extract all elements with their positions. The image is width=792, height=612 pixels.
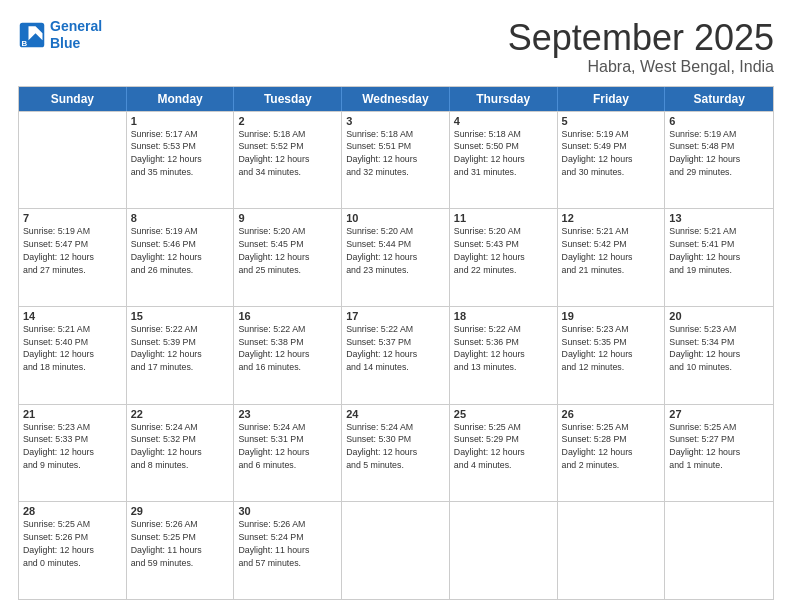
cell-info: Sunrise: 5:18 AM Sunset: 5:52 PM Dayligh… bbox=[238, 128, 337, 179]
calendar-cell bbox=[450, 502, 558, 599]
cell-info: Sunrise: 5:22 AM Sunset: 5:38 PM Dayligh… bbox=[238, 323, 337, 374]
calendar-cell bbox=[342, 502, 450, 599]
day-number: 30 bbox=[238, 505, 337, 517]
cell-info: Sunrise: 5:24 AM Sunset: 5:30 PM Dayligh… bbox=[346, 421, 445, 472]
cell-info: Sunrise: 5:20 AM Sunset: 5:43 PM Dayligh… bbox=[454, 225, 553, 276]
calendar: SundayMondayTuesdayWednesdayThursdayFrid… bbox=[18, 86, 774, 600]
day-number: 27 bbox=[669, 408, 769, 420]
calendar-cell: 7Sunrise: 5:19 AM Sunset: 5:47 PM Daylig… bbox=[19, 209, 127, 306]
cell-info: Sunrise: 5:21 AM Sunset: 5:41 PM Dayligh… bbox=[669, 225, 769, 276]
calendar-row: 14Sunrise: 5:21 AM Sunset: 5:40 PM Dayli… bbox=[19, 306, 773, 404]
cell-info: Sunrise: 5:17 AM Sunset: 5:53 PM Dayligh… bbox=[131, 128, 230, 179]
day-number: 24 bbox=[346, 408, 445, 420]
cell-info: Sunrise: 5:23 AM Sunset: 5:34 PM Dayligh… bbox=[669, 323, 769, 374]
calendar-body: 1Sunrise: 5:17 AM Sunset: 5:53 PM Daylig… bbox=[19, 111, 773, 599]
calendar-cell: 20Sunrise: 5:23 AM Sunset: 5:34 PM Dayli… bbox=[665, 307, 773, 404]
calendar-cell: 21Sunrise: 5:23 AM Sunset: 5:33 PM Dayli… bbox=[19, 405, 127, 502]
day-number: 7 bbox=[23, 212, 122, 224]
cell-info: Sunrise: 5:18 AM Sunset: 5:51 PM Dayligh… bbox=[346, 128, 445, 179]
cell-info: Sunrise: 5:20 AM Sunset: 5:45 PM Dayligh… bbox=[238, 225, 337, 276]
cell-info: Sunrise: 5:22 AM Sunset: 5:39 PM Dayligh… bbox=[131, 323, 230, 374]
cell-info: Sunrise: 5:21 AM Sunset: 5:42 PM Dayligh… bbox=[562, 225, 661, 276]
cell-info: Sunrise: 5:25 AM Sunset: 5:28 PM Dayligh… bbox=[562, 421, 661, 472]
calendar-cell: 26Sunrise: 5:25 AM Sunset: 5:28 PM Dayli… bbox=[558, 405, 666, 502]
calendar-cell bbox=[558, 502, 666, 599]
day-number: 21 bbox=[23, 408, 122, 420]
calendar-cell: 23Sunrise: 5:24 AM Sunset: 5:31 PM Dayli… bbox=[234, 405, 342, 502]
calendar-cell: 29Sunrise: 5:26 AM Sunset: 5:25 PM Dayli… bbox=[127, 502, 235, 599]
day-number: 20 bbox=[669, 310, 769, 322]
day-number: 11 bbox=[454, 212, 553, 224]
calendar-cell bbox=[19, 112, 127, 209]
weekday-header: Thursday bbox=[450, 87, 558, 111]
calendar-row: 28Sunrise: 5:25 AM Sunset: 5:26 PM Dayli… bbox=[19, 501, 773, 599]
calendar-cell: 11Sunrise: 5:20 AM Sunset: 5:43 PM Dayli… bbox=[450, 209, 558, 306]
weekday-header: Sunday bbox=[19, 87, 127, 111]
calendar-cell: 2Sunrise: 5:18 AM Sunset: 5:52 PM Daylig… bbox=[234, 112, 342, 209]
calendar-cell: 3Sunrise: 5:18 AM Sunset: 5:51 PM Daylig… bbox=[342, 112, 450, 209]
calendar-cell: 6Sunrise: 5:19 AM Sunset: 5:48 PM Daylig… bbox=[665, 112, 773, 209]
calendar-cell: 30Sunrise: 5:26 AM Sunset: 5:24 PM Dayli… bbox=[234, 502, 342, 599]
calendar-row: 1Sunrise: 5:17 AM Sunset: 5:53 PM Daylig… bbox=[19, 111, 773, 209]
cell-info: Sunrise: 5:21 AM Sunset: 5:40 PM Dayligh… bbox=[23, 323, 122, 374]
cell-info: Sunrise: 5:20 AM Sunset: 5:44 PM Dayligh… bbox=[346, 225, 445, 276]
calendar-cell: 8Sunrise: 5:19 AM Sunset: 5:46 PM Daylig… bbox=[127, 209, 235, 306]
day-number: 8 bbox=[131, 212, 230, 224]
calendar-row: 21Sunrise: 5:23 AM Sunset: 5:33 PM Dayli… bbox=[19, 404, 773, 502]
day-number: 2 bbox=[238, 115, 337, 127]
day-number: 13 bbox=[669, 212, 769, 224]
day-number: 3 bbox=[346, 115, 445, 127]
logo-text: General Blue bbox=[50, 18, 102, 52]
weekday-header: Friday bbox=[558, 87, 666, 111]
calendar-page: B General Blue September 2025 Habra, Wes… bbox=[0, 0, 792, 612]
cell-info: Sunrise: 5:19 AM Sunset: 5:47 PM Dayligh… bbox=[23, 225, 122, 276]
month-title: September 2025 bbox=[508, 18, 774, 58]
calendar-cell: 15Sunrise: 5:22 AM Sunset: 5:39 PM Dayli… bbox=[127, 307, 235, 404]
cell-info: Sunrise: 5:18 AM Sunset: 5:50 PM Dayligh… bbox=[454, 128, 553, 179]
location: Habra, West Bengal, India bbox=[508, 58, 774, 76]
title-block: September 2025 Habra, West Bengal, India bbox=[508, 18, 774, 76]
cell-info: Sunrise: 5:25 AM Sunset: 5:29 PM Dayligh… bbox=[454, 421, 553, 472]
day-number: 23 bbox=[238, 408, 337, 420]
day-number: 16 bbox=[238, 310, 337, 322]
weekday-header: Saturday bbox=[665, 87, 773, 111]
cell-info: Sunrise: 5:23 AM Sunset: 5:35 PM Dayligh… bbox=[562, 323, 661, 374]
cell-info: Sunrise: 5:19 AM Sunset: 5:49 PM Dayligh… bbox=[562, 128, 661, 179]
cell-info: Sunrise: 5:19 AM Sunset: 5:46 PM Dayligh… bbox=[131, 225, 230, 276]
day-number: 14 bbox=[23, 310, 122, 322]
day-number: 18 bbox=[454, 310, 553, 322]
calendar-cell: 19Sunrise: 5:23 AM Sunset: 5:35 PM Dayli… bbox=[558, 307, 666, 404]
day-number: 17 bbox=[346, 310, 445, 322]
cell-info: Sunrise: 5:26 AM Sunset: 5:24 PM Dayligh… bbox=[238, 518, 337, 569]
svg-text:B: B bbox=[22, 38, 28, 47]
cell-info: Sunrise: 5:26 AM Sunset: 5:25 PM Dayligh… bbox=[131, 518, 230, 569]
calendar-cell: 16Sunrise: 5:22 AM Sunset: 5:38 PM Dayli… bbox=[234, 307, 342, 404]
calendar-cell: 12Sunrise: 5:21 AM Sunset: 5:42 PM Dayli… bbox=[558, 209, 666, 306]
calendar-header: SundayMondayTuesdayWednesdayThursdayFrid… bbox=[19, 87, 773, 111]
day-number: 28 bbox=[23, 505, 122, 517]
calendar-cell: 4Sunrise: 5:18 AM Sunset: 5:50 PM Daylig… bbox=[450, 112, 558, 209]
calendar-cell: 27Sunrise: 5:25 AM Sunset: 5:27 PM Dayli… bbox=[665, 405, 773, 502]
day-number: 15 bbox=[131, 310, 230, 322]
cell-info: Sunrise: 5:25 AM Sunset: 5:26 PM Dayligh… bbox=[23, 518, 122, 569]
header: B General Blue September 2025 Habra, Wes… bbox=[18, 18, 774, 76]
day-number: 29 bbox=[131, 505, 230, 517]
cell-info: Sunrise: 5:23 AM Sunset: 5:33 PM Dayligh… bbox=[23, 421, 122, 472]
cell-info: Sunrise: 5:22 AM Sunset: 5:37 PM Dayligh… bbox=[346, 323, 445, 374]
calendar-cell: 17Sunrise: 5:22 AM Sunset: 5:37 PM Dayli… bbox=[342, 307, 450, 404]
calendar-cell: 24Sunrise: 5:24 AM Sunset: 5:30 PM Dayli… bbox=[342, 405, 450, 502]
cell-info: Sunrise: 5:25 AM Sunset: 5:27 PM Dayligh… bbox=[669, 421, 769, 472]
calendar-cell: 13Sunrise: 5:21 AM Sunset: 5:41 PM Dayli… bbox=[665, 209, 773, 306]
cell-info: Sunrise: 5:19 AM Sunset: 5:48 PM Dayligh… bbox=[669, 128, 769, 179]
day-number: 19 bbox=[562, 310, 661, 322]
day-number: 9 bbox=[238, 212, 337, 224]
logo: B General Blue bbox=[18, 18, 102, 52]
day-number: 26 bbox=[562, 408, 661, 420]
day-number: 12 bbox=[562, 212, 661, 224]
weekday-header: Tuesday bbox=[234, 87, 342, 111]
calendar-cell: 14Sunrise: 5:21 AM Sunset: 5:40 PM Dayli… bbox=[19, 307, 127, 404]
calendar-cell: 22Sunrise: 5:24 AM Sunset: 5:32 PM Dayli… bbox=[127, 405, 235, 502]
calendar-cell: 25Sunrise: 5:25 AM Sunset: 5:29 PM Dayli… bbox=[450, 405, 558, 502]
calendar-row: 7Sunrise: 5:19 AM Sunset: 5:47 PM Daylig… bbox=[19, 208, 773, 306]
day-number: 5 bbox=[562, 115, 661, 127]
